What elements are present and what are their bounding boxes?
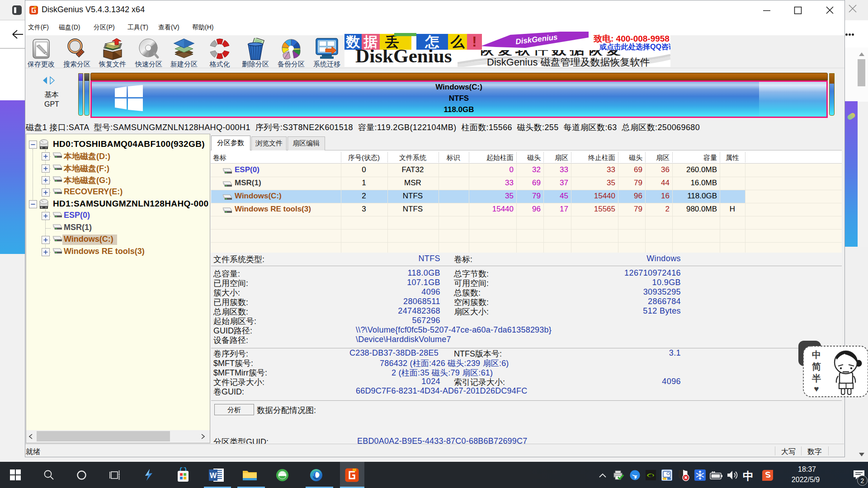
svg-text:♥: ♥: [814, 384, 819, 394]
svg-text:简: 简: [811, 361, 821, 371]
svg-text:W: W: [210, 472, 217, 479]
svg-text:中: 中: [812, 350, 821, 360]
svg-text:半: 半: [811, 373, 821, 383]
